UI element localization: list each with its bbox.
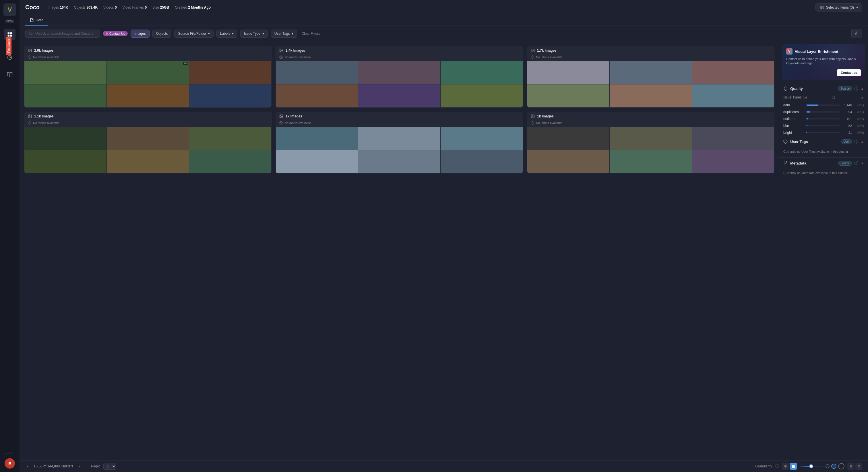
cluster-images-4 <box>24 127 271 173</box>
cluster-img <box>24 61 106 84</box>
metadata-section: Metadata Source ⓘ ▲ Currently no Metadat… <box>779 157 868 179</box>
cluster-card-2[interactable]: 2.4k Images No labels available <box>276 46 523 108</box>
user-avatar[interactable]: E <box>5 458 15 469</box>
filter-issue-type-button[interactable]: Issue Type ▾ <box>240 30 268 38</box>
enrichment-card: V Visual Layer Enrichment Contact us to … <box>782 44 865 80</box>
cluster-img <box>692 61 774 84</box>
metadata-section-header[interactable]: Metadata Source ⓘ ▲ <box>779 158 868 169</box>
selected-items-button[interactable]: Selected Items (0) ▾ <box>815 3 862 11</box>
cluster-img <box>692 127 774 150</box>
chevron-down-icon: ▾ <box>856 5 858 9</box>
sidebar: V BETA Feedback 2.12.1 E <box>0 0 20 472</box>
issue-types-chevron-icon[interactable]: ▲ <box>861 95 864 99</box>
svg-line-33 <box>28 122 30 124</box>
contact-us-badge[interactable]: Contact Us <box>103 31 128 36</box>
metadata-empty-text: Currently no Metadata available in this … <box>779 169 868 179</box>
cluster-card-1[interactable]: 2.6k Images No labels available 325 <box>24 46 272 108</box>
page-label: Page: <box>91 464 100 468</box>
granularity-slider[interactable] <box>800 466 823 467</box>
cluster-img <box>527 127 609 150</box>
cluster-card-3[interactable]: 1.7k Images No labels available <box>527 46 774 108</box>
cluster-images-5 <box>276 127 523 173</box>
issue-name-bright: bright <box>783 130 803 135</box>
svg-rect-3 <box>10 35 12 37</box>
metadata-chevron-icon[interactable]: ▲ <box>861 161 864 165</box>
topbar: Coco Images 164K Objects 803.4K Videos 0… <box>20 0 868 15</box>
issue-name-dark: dark <box>783 103 803 107</box>
user-tags-info-icon[interactable]: ⓘ <box>854 139 858 144</box>
svg-rect-13 <box>822 8 823 9</box>
issue-count-outliers: 151 <box>843 117 852 121</box>
filter-labels-button[interactable]: Labels ▾ <box>216 30 237 38</box>
svg-point-19 <box>29 50 30 50</box>
layout-grid-button[interactable]: ⊟ <box>847 463 854 470</box>
layout-wide-button[interactable]: ⊠ <box>856 463 862 470</box>
svg-line-37 <box>280 122 282 124</box>
quality-chevron-icon[interactable]: ▲ <box>861 87 864 91</box>
layout-view-controls: ⊟ ⊠ <box>847 463 862 470</box>
svg-rect-10 <box>820 6 821 7</box>
user-tags-section-header[interactable]: User Tags User ⓘ ▲ <box>779 137 868 147</box>
chart-view-button[interactable] <box>851 29 862 38</box>
search-wrapper[interactable]: Unlock to search Images and Clusters <box>25 30 100 38</box>
issue-row-blur: blur 52 (0%) <box>779 122 868 129</box>
feedback-tab[interactable]: Feedback <box>6 37 11 55</box>
issue-bar-container-dark <box>806 105 840 106</box>
svg-point-4 <box>9 57 11 58</box>
svg-rect-12 <box>820 8 821 9</box>
cluster-img: 325 <box>107 61 189 84</box>
issue-count-duplicates: 394 <box>843 110 852 114</box>
cluster-card-6[interactable]: 1k Images No labels available <box>527 112 774 173</box>
size-large-button[interactable] <box>838 463 844 469</box>
next-page-button[interactable]: › <box>76 463 82 469</box>
size-medium-button[interactable] <box>831 464 836 469</box>
filter-bar: Unlock to search Images and Clusters Con… <box>20 26 868 41</box>
quality-section-header[interactable]: Quality Source ⓘ ▲ <box>779 83 868 94</box>
granularity-info-icon[interactable]: ⓘ <box>775 464 779 469</box>
tag-icon <box>783 140 788 144</box>
page-select[interactable]: 1 <box>103 463 116 470</box>
clear-filters-button[interactable]: Clear Filters <box>300 30 322 37</box>
cluster-images-3 <box>527 61 774 107</box>
app-logo: V <box>8 6 12 13</box>
issue-pct-duplicates: (0%) <box>855 110 864 114</box>
content-area: 2.6k Images No labels available 325 <box>20 41 868 460</box>
grid-view-circle-button[interactable]: ⬤ <box>790 463 797 470</box>
user-tags-chevron-icon[interactable]: ▲ <box>861 140 864 144</box>
granularity-slider-container <box>800 466 823 467</box>
cluster-img <box>107 150 189 173</box>
logo-container[interactable]: V <box>3 3 16 16</box>
tab-data[interactable]: Data <box>25 15 48 26</box>
svg-line-29 <box>531 56 533 58</box>
cluster-img <box>610 150 692 173</box>
enrichment-contact-button[interactable]: Contact us <box>837 69 861 76</box>
prev-page-button[interactable]: ‹ <box>25 463 30 469</box>
cluster-img <box>610 61 692 84</box>
cluster-card-4[interactable]: 1.1k Images No labels available <box>24 112 272 173</box>
cluster-img <box>358 150 440 173</box>
enrichment-title: V Visual Layer Enrichment <box>786 48 861 55</box>
filter-images-button[interactable]: Images <box>131 30 149 38</box>
cluster-img <box>107 127 189 150</box>
cluster-img <box>24 127 106 150</box>
issue-name-outliers: outliers <box>783 117 803 121</box>
metadata-info-icon[interactable]: ⓘ <box>854 160 858 166</box>
cluster-img <box>189 127 271 150</box>
quality-info-icon[interactable]: ⓘ <box>854 86 858 91</box>
grid-view-4-button[interactable]: ⊞ <box>782 463 789 470</box>
size-small-button[interactable] <box>826 464 830 468</box>
search-icon[interactable] <box>832 95 836 99</box>
cluster-img <box>189 150 271 173</box>
svg-line-21 <box>28 56 30 58</box>
filter-objects-button[interactable]: Objects <box>152 30 172 38</box>
filter-source-button[interactable]: Source File/Folder ▾ <box>174 30 213 38</box>
svg-point-14 <box>30 32 32 34</box>
filter-user-tags-button[interactable]: User Tags ▾ <box>271 30 297 38</box>
issue-bar-container-outliers <box>806 118 840 119</box>
cluster-img <box>692 150 774 173</box>
granularity-label: Granularity <box>755 464 772 468</box>
version-label: 2.12.1 <box>6 452 14 455</box>
sidebar-bottom: 2.12.1 E <box>5 452 15 469</box>
sidebar-item-library[interactable] <box>4 69 16 80</box>
cluster-card-5[interactable]: 1k Images No labels available <box>276 112 523 173</box>
